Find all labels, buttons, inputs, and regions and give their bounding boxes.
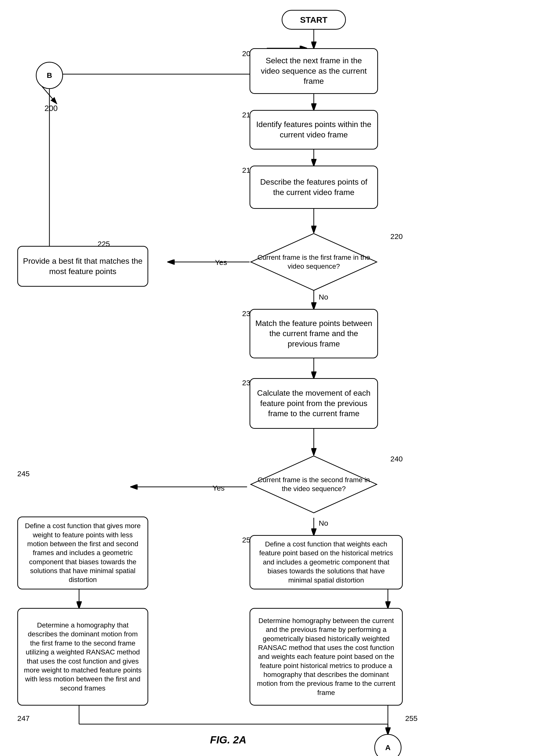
box-255: Determine homography between the current… xyxy=(250,608,403,706)
yes-label-2: Yes xyxy=(213,484,225,492)
ref-200-arrow xyxy=(37,84,87,114)
diamond-220: Current frame is the first frame in the … xyxy=(250,232,378,292)
box-225: Provide a best fit that matches the most… xyxy=(17,246,148,287)
start-capsule: START xyxy=(281,10,346,30)
ref-240: 240 xyxy=(390,455,403,463)
diagram: START B 200 205 Select the next frame in… xyxy=(0,0,547,756)
box-215: Describe the features points of the curr… xyxy=(250,166,378,209)
box-250: Define a cost function that weights each… xyxy=(250,535,403,589)
svg-line-24 xyxy=(42,86,57,104)
no-label-1: No xyxy=(319,293,328,301)
box-245: Define a cost function that gives more w… xyxy=(17,517,148,589)
ref-255: 255 xyxy=(405,714,417,723)
start-label: START xyxy=(300,15,327,25)
diamond-240-text: Current frame is the second frame in the… xyxy=(250,455,378,514)
box-247: Determine a homography that describes th… xyxy=(17,608,148,706)
ref-220: 220 xyxy=(390,232,403,241)
fig-label: FIG. 2A xyxy=(210,734,246,746)
diamond-220-text: Current frame is the first frame in the … xyxy=(250,232,378,292)
no-label-2: No xyxy=(319,519,328,527)
box-205: Select the next frame in the video seque… xyxy=(250,48,378,94)
box-230: Match the feature points between the cur… xyxy=(250,309,378,358)
circle-a: A xyxy=(374,734,401,756)
yes-label-1: Yes xyxy=(215,258,227,267)
diamond-240: Current frame is the second frame in the… xyxy=(250,455,378,514)
ref-247: 247 xyxy=(17,714,30,723)
ref-245: 245 xyxy=(17,470,30,478)
box-210: Identify features points within the curr… xyxy=(250,110,378,150)
box-235: Calculate the movement of each feature p… xyxy=(250,378,378,429)
